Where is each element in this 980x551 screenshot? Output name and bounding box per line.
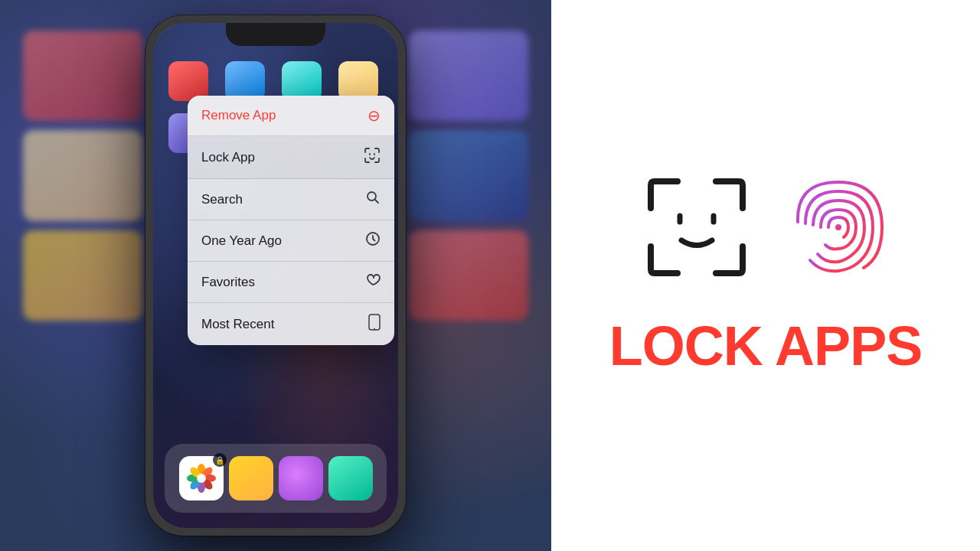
dock-icon-3[interactable]	[279, 456, 323, 500]
most-recent-label: Most Recent	[201, 317, 274, 332]
remove-app-icon: ⊖	[368, 106, 381, 125]
menu-item-remove-app[interactable]: Remove App ⊖	[188, 96, 394, 136]
phone-icon	[368, 314, 381, 334]
lock-app-icon	[364, 147, 381, 168]
dock-icon-4[interactable]	[328, 456, 373, 500]
fingerprint-large-icon	[789, 178, 888, 280]
face-id-large-icon	[643, 174, 750, 284]
context-menu: Remove App ⊖ Lock App	[188, 96, 394, 345]
clock-icon	[365, 231, 381, 250]
svg-rect-3	[371, 316, 377, 328]
svg-point-14	[835, 224, 841, 230]
left-panel: Remove App ⊖ Lock App	[0, 0, 551, 551]
photos-app-icon[interactable]: 🔒	[179, 456, 224, 500]
svg-point-13	[197, 474, 206, 483]
menu-item-one-year-ago[interactable]: One Year Ago	[188, 220, 394, 262]
icons-row	[643, 174, 888, 284]
favorites-label: Favorites	[201, 275, 255, 290]
heart-icon	[365, 272, 381, 292]
arrow-annotation	[379, 142, 406, 229]
iphone-frame: Remove App ⊖ Lock App	[145, 15, 406, 536]
iphone-notch	[226, 23, 325, 46]
menu-item-favorites[interactable]: Favorites	[188, 262, 394, 303]
iphone-screen: Remove App ⊖ Lock App	[153, 23, 398, 528]
menu-item-search[interactable]: Search	[188, 179, 394, 220]
lock-apps-title: LOCK APPS	[609, 315, 922, 377]
search-label: Search	[201, 192, 243, 207]
remove-app-label: Remove App	[201, 108, 276, 123]
svg-point-0	[368, 192, 376, 201]
menu-item-most-recent[interactable]: Most Recent	[188, 303, 394, 345]
lock-app-label: Lock App	[201, 150, 255, 165]
right-panel: LOCK APPS	[551, 0, 980, 551]
dock: 🔒	[165, 444, 387, 513]
one-year-ago-label: One Year Ago	[201, 233, 282, 249]
svg-point-4	[374, 328, 375, 330]
dock-icon-2[interactable]	[229, 456, 273, 500]
menu-item-lock-app[interactable]: Lock App	[188, 136, 394, 179]
lock-badge: 🔒	[213, 453, 227, 467]
search-icon	[365, 190, 381, 209]
